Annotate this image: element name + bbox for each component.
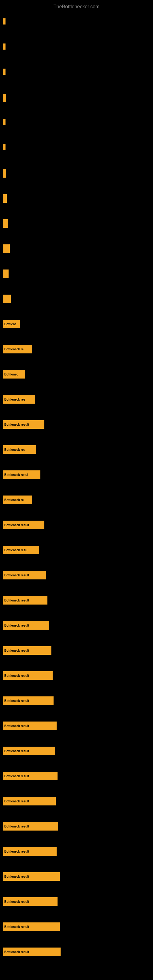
bar-label-text: Bottleneck res — [4, 448, 26, 452]
bar-row: Bottleneck result — [3, 722, 57, 730]
bar-row: Bottleneck result — [3, 948, 61, 956]
bar-label-text: Bottleneck result — [4, 599, 29, 602]
bar-row: Bottleneck result — [3, 923, 60, 931]
result-bar-small — [3, 119, 5, 125]
bar-row: Bottlene — [3, 320, 20, 328]
bar-row: Bottleneck res — [3, 445, 36, 454]
bar-label-text: Bottleneck result — [4, 875, 29, 878]
bar-label-text: Bottleneck result — [4, 800, 29, 803]
result-bar: Bottleneck result — [3, 671, 53, 680]
bar-label-text: Bottleneck result — [4, 624, 29, 627]
bar-row: Bottleneck result — [3, 671, 53, 680]
result-bar-small — [3, 68, 5, 75]
bar-row — [3, 68, 5, 75]
bar-label-text: Bottleneck result — [4, 574, 29, 577]
result-bar — [3, 194, 7, 203]
bar-label-text: Bottleneck result — [4, 674, 29, 678]
result-bar: Bottleneck result — [3, 697, 54, 705]
result-bar — [3, 244, 10, 253]
result-bar — [3, 219, 8, 228]
bar-row: Bottleneck resu — [3, 546, 39, 554]
result-bar: Bottleneck resul — [3, 470, 40, 479]
result-bar: Bottleneck result — [3, 772, 57, 780]
bar-row — [3, 219, 8, 228]
bar-label-text: Bottleneck result — [4, 749, 29, 753]
result-bar: Bottleneck result — [3, 923, 60, 931]
result-bar: Bottleneck result — [3, 520, 45, 529]
bar-label-text: Bottleneck result — [4, 699, 29, 703]
bar-row: Bottleneck result — [3, 420, 45, 429]
site-title: TheBottlenecker.com — [0, 2, 153, 12]
result-bar: Bottleneck result — [3, 646, 51, 655]
bar-row: Bottleneck result — [3, 646, 51, 655]
result-bar: Bottleneck result — [3, 872, 60, 881]
bar-label-text: Bottleneck result — [4, 850, 29, 853]
bar-row: Bottleneck result — [3, 847, 57, 856]
bar-label-text: Bottleneck re — [4, 498, 24, 502]
bar-label-text: Bottleneck result — [4, 775, 29, 778]
bar-label-text: Bottleneck result — [4, 649, 29, 652]
result-bar-small — [3, 43, 5, 49]
bar-row — [3, 294, 11, 303]
bar-row — [3, 144, 5, 150]
bar-label-text: Bottlenec — [4, 373, 18, 376]
result-bar: Bottleneck result — [3, 797, 56, 805]
result-bar: Bottlenec — [3, 370, 25, 379]
bar-label-text: Bottleneck result — [4, 724, 29, 728]
bar-label-text: Bottleneck res — [4, 398, 26, 401]
bar-row — [3, 119, 5, 125]
bar-row — [3, 18, 5, 24]
result-bar: Bottleneck result — [3, 420, 45, 429]
bar-label-text: Bottlene — [4, 323, 16, 326]
bar-row — [3, 269, 9, 278]
bar-row: Bottleneck result — [3, 747, 55, 755]
result-bar-small — [3, 144, 5, 150]
result-bar: Bottleneck result — [3, 747, 55, 755]
bar-row: Bottleneck result — [3, 822, 58, 830]
result-bar — [3, 294, 11, 303]
bar-row — [3, 194, 7, 203]
result-bar: Bottleneck result — [3, 571, 46, 579]
bar-label-text: Bottleneck result — [4, 900, 29, 904]
bar-row — [3, 94, 6, 102]
bar-row — [3, 244, 10, 253]
result-bar: Bottleneck re — [3, 345, 32, 353]
result-bar-small — [3, 18, 5, 24]
bar-row — [3, 43, 5, 49]
bar-label-text: Bottleneck resul — [4, 473, 28, 477]
bar-row: Bottleneck result — [3, 520, 45, 529]
bar-row: Bottleneck result — [3, 571, 46, 579]
bar-label-text: Bottleneck result — [4, 423, 29, 426]
result-bar — [3, 169, 6, 178]
result-bar: Bottleneck result — [3, 722, 57, 730]
result-bar: Bottleneck result — [3, 822, 58, 830]
bar-label-text: Bottleneck re — [4, 348, 24, 351]
bar-row: Bottleneck resul — [3, 470, 40, 479]
bar-row: Bottleneck result — [3, 621, 49, 630]
bar-row: Bottleneck res — [3, 395, 35, 404]
result-bar: Bottleneck res — [3, 445, 36, 454]
bar-row: Bottlenec — [3, 370, 25, 379]
bar-row — [3, 169, 6, 178]
bar-row: Bottleneck result — [3, 872, 60, 881]
bar-label-text: Bottleneck result — [4, 950, 29, 954]
bar-label-text: Bottleneck result — [4, 925, 29, 929]
bar-label-text: Bottleneck resu — [4, 549, 27, 552]
result-bar — [3, 269, 9, 278]
bar-row: Bottleneck result — [3, 772, 57, 780]
result-bar: Bottleneck resu — [3, 546, 39, 554]
result-bar: Bottleneck result — [3, 948, 61, 956]
result-bar: Bottleneck result — [3, 897, 57, 906]
result-bar: Bottleneck res — [3, 395, 35, 404]
result-bar: Bottlene — [3, 320, 20, 328]
bar-row: Bottleneck result — [3, 797, 56, 805]
result-bar: Bottleneck result — [3, 621, 49, 630]
bar-row: Bottleneck re — [3, 345, 32, 353]
bar-label-text: Bottleneck result — [4, 523, 29, 527]
bar-label-text: Bottleneck result — [4, 825, 29, 828]
result-bar: Bottleneck result — [3, 847, 57, 856]
bar-row: Bottleneck result — [3, 697, 54, 705]
bar-row: Bottleneck result — [3, 897, 57, 906]
result-bar: Bottleneck re — [3, 495, 32, 504]
bar-row: Bottleneck re — [3, 495, 32, 504]
